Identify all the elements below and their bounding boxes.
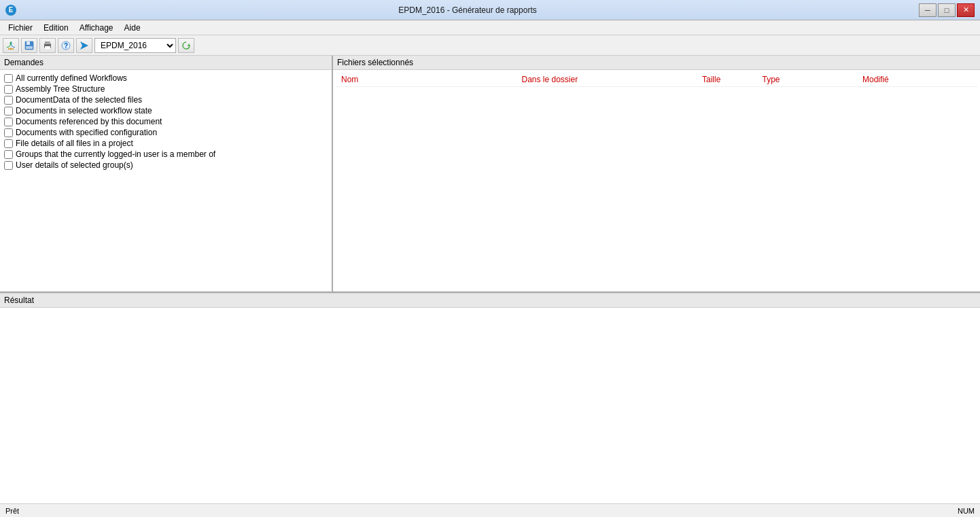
- checkbox-label-docreferenced: Documents referenced by this document: [16, 117, 162, 126]
- result-body: [0, 308, 980, 503]
- main-content: Demandes All currently defined Workflows…: [0, 56, 980, 503]
- checkbox-label-docconfig: Documents with specified configuration: [16, 128, 157, 137]
- list-item[interactable]: All currently defined Workflows: [3, 73, 329, 84]
- checkbox-label-userdetails: User details of selected group(s): [16, 160, 133, 170]
- result-panel: Résultat: [0, 293, 980, 503]
- menu-fichier[interactable]: Fichier: [3, 22, 38, 34]
- help-icon: ?: [60, 40, 71, 51]
- checkbox-groups[interactable]: [4, 150, 13, 159]
- toolbar: ? EPDM_2016: [0, 35, 980, 56]
- result-header: Résultat: [0, 293, 980, 308]
- action-icon: [79, 40, 90, 51]
- checkbox-label-filedetails: File details of all files in a project: [16, 139, 133, 148]
- status-text: Prêt: [5, 507, 19, 515]
- col-dossier: Dans le dossier: [517, 73, 697, 87]
- menu-bar: Fichier Edition Affichage Aide: [0, 20, 980, 35]
- menu-aide[interactable]: Aide: [119, 22, 146, 34]
- right-panel: Fichiers sélectionnés Nom Dans le dossie…: [333, 56, 980, 291]
- checkbox-workflows[interactable]: [4, 74, 13, 83]
- num-indicator: NUM: [958, 507, 975, 515]
- new-icon: [5, 40, 16, 51]
- checkbox-userdetails[interactable]: [4, 161, 13, 170]
- checkbox-label-assembly: Assembly Tree Structure: [16, 84, 105, 94]
- print-icon: [42, 40, 53, 51]
- checkbox-label-documentdata: DocumentData of the selected files: [16, 95, 142, 105]
- demandes-body: All currently defined Workflows Assembly…: [0, 70, 332, 291]
- checkbox-label-groups: Groups that the currently logged-in user…: [16, 149, 215, 159]
- toolbar-new-button[interactable]: [3, 38, 19, 53]
- vault-dropdown[interactable]: EPDM_2016: [94, 38, 176, 53]
- checkbox-filedetails[interactable]: [4, 139, 13, 148]
- list-item[interactable]: User details of selected group(s): [3, 160, 329, 171]
- list-item[interactable]: File details of all files in a project: [3, 138, 329, 149]
- left-panel: Demandes All currently defined Workflows…: [0, 56, 333, 291]
- status-bar: Prêt NUM: [0, 503, 980, 517]
- svg-marker-9: [80, 41, 88, 50]
- toolbar-action-button[interactable]: [76, 38, 92, 53]
- toolbar-refresh-button[interactable]: [178, 38, 194, 53]
- checkbox-docworkflow[interactable]: [4, 107, 13, 115]
- svg-rect-6: [46, 42, 47, 43]
- fichiers-body: Nom Dans le dossier Taille Type Modifié: [333, 70, 980, 291]
- checkbox-docreferenced[interactable]: [4, 118, 13, 126]
- col-taille: Taille: [697, 73, 757, 87]
- refresh-icon: [181, 40, 192, 51]
- checkbox-assembly[interactable]: [4, 85, 13, 94]
- window-title: EPDM_2016 - Générateur de rapports: [16, 5, 919, 15]
- toolbar-print-button[interactable]: [39, 38, 56, 53]
- list-item[interactable]: Documents with specified configuration: [3, 127, 329, 138]
- window-controls: ─ □ ✕: [919, 3, 975, 17]
- list-item[interactable]: Documents referenced by this document: [3, 116, 329, 127]
- menu-edition[interactable]: Edition: [38, 22, 74, 34]
- checkbox-docconfig[interactable]: [4, 128, 13, 137]
- col-nom: Nom: [336, 73, 517, 87]
- col-type: Type: [757, 73, 858, 87]
- toolbar-save-button[interactable]: [21, 38, 37, 53]
- save-icon: [24, 40, 35, 51]
- checkbox-label-workflows: All currently defined Workflows: [16, 73, 127, 83]
- list-item[interactable]: Documents in selected workflow state: [3, 105, 329, 116]
- menu-affichage[interactable]: Affichage: [74, 22, 119, 34]
- app-icon: E: [5, 5, 16, 16]
- svg-rect-1: [27, 41, 30, 45]
- svg-rect-2: [26, 46, 33, 49]
- minimize-button[interactable]: ─: [919, 3, 937, 17]
- list-item[interactable]: Assembly Tree Structure: [3, 84, 329, 94]
- svg-marker-10: [188, 43, 190, 46]
- panels-container: Demandes All currently defined Workflows…: [0, 56, 980, 293]
- close-button[interactable]: ✕: [957, 3, 975, 17]
- svg-text:?: ?: [64, 42, 68, 50]
- svg-rect-5: [45, 46, 50, 49]
- files-table: Nom Dans le dossier Taille Type Modifié: [336, 73, 977, 87]
- list-item[interactable]: DocumentData of the selected files: [3, 94, 329, 105]
- checkbox-documentdata[interactable]: [4, 96, 13, 105]
- checkbox-label-docworkflow: Documents in selected workflow state: [16, 106, 152, 115]
- col-modifie: Modifié: [857, 73, 977, 87]
- list-item[interactable]: Groups that the currently logged-in user…: [3, 149, 329, 160]
- title-bar: E EPDM_2016 - Générateur de rapports ─ □…: [0, 0, 980, 20]
- toolbar-help-button[interactable]: ?: [58, 38, 74, 53]
- maximize-button[interactable]: □: [938, 3, 956, 17]
- fichiers-header: Fichiers sélectionnés: [333, 56, 980, 70]
- demandes-header: Demandes: [0, 56, 332, 70]
